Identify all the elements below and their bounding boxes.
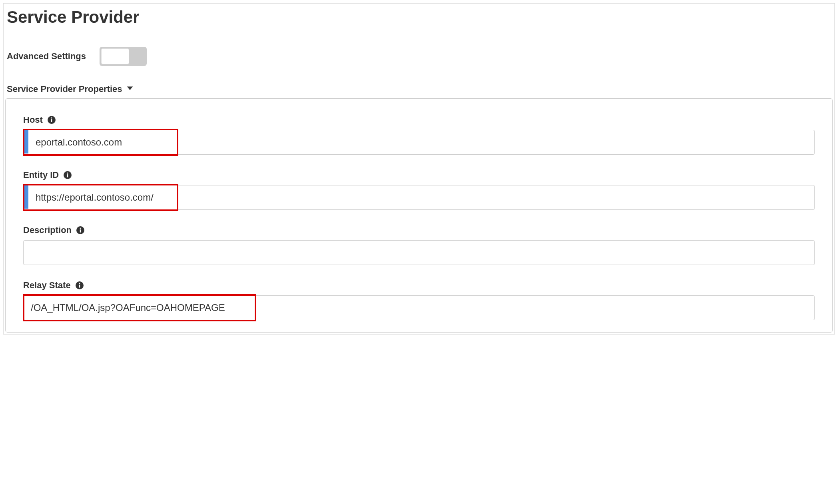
- description-field-group: Description: [23, 225, 815, 265]
- host-label: Host: [23, 115, 43, 125]
- info-icon[interactable]: [76, 281, 84, 289]
- svg-point-12: [79, 283, 80, 284]
- page-title: Service Provider: [5, 8, 833, 27]
- service-provider-properties-header[interactable]: Service Provider Properties: [5, 84, 833, 94]
- advanced-settings-label: Advanced Settings: [7, 51, 86, 62]
- caret-down-icon: [126, 86, 134, 93]
- host-field-group: Host: [23, 115, 815, 155]
- properties-panel: Host Entity ID: [5, 98, 833, 333]
- advanced-settings-toggle[interactable]: [100, 47, 147, 66]
- description-input[interactable]: [23, 240, 815, 265]
- entity-id-label: Entity ID: [23, 170, 59, 180]
- section-title: Service Provider Properties: [7, 84, 122, 94]
- svg-rect-8: [80, 229, 81, 233]
- svg-rect-5: [67, 174, 68, 177]
- svg-point-6: [67, 173, 68, 174]
- info-icon[interactable]: [76, 226, 84, 234]
- relay-state-label: Relay State: [23, 280, 71, 291]
- description-label: Description: [23, 225, 72, 235]
- entity-id-field-group: Entity ID: [23, 170, 815, 210]
- svg-marker-0: [127, 87, 132, 90]
- advanced-settings-row: Advanced Settings: [5, 47, 833, 66]
- svg-rect-2: [51, 119, 52, 122]
- svg-point-3: [51, 118, 52, 119]
- svg-point-9: [80, 228, 81, 229]
- entity-id-input[interactable]: [23, 185, 815, 210]
- info-icon[interactable]: [64, 171, 72, 179]
- svg-rect-11: [79, 285, 80, 288]
- relay-state-field-group: Relay State: [23, 280, 815, 320]
- host-input[interactable]: [23, 130, 815, 155]
- toggle-knob: [101, 48, 129, 64]
- relay-state-input[interactable]: [23, 295, 815, 320]
- info-icon[interactable]: [48, 116, 56, 124]
